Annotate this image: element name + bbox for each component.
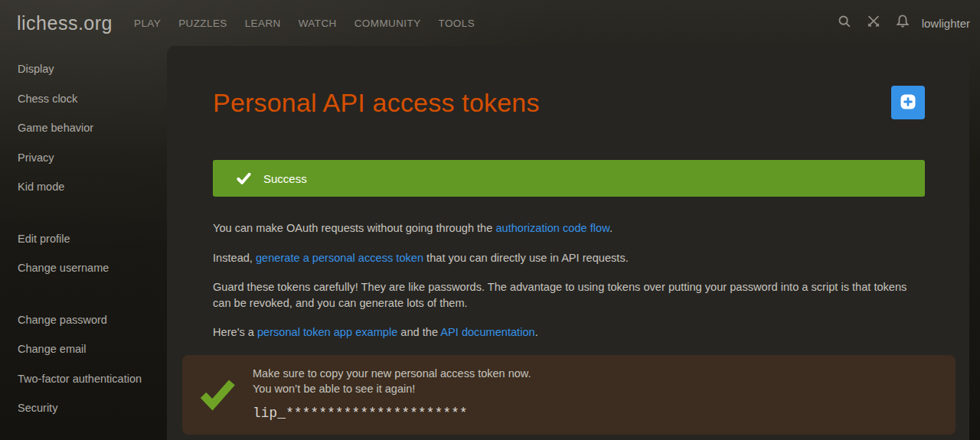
sidebar-item-edit-profile[interactable]: Edit profile [0,224,167,254]
token-copy-warning-line2: You won’t be able to see it again! [253,381,531,396]
sidebar-item-game-behavior[interactable]: Game behavior [0,113,167,143]
nav-item-learn[interactable]: LEARN [245,18,281,29]
token-texts: Make sure to copy your new personal acce… [253,365,531,423]
nav-item-community[interactable]: COMMUNITY [354,18,421,29]
lichess-logo[interactable]: lichess.org [17,12,113,34]
paragraph-text: and the [397,326,440,338]
success-banner-label: Success [263,172,307,185]
token-copy-warning-line1: Make sure to copy your new personal acce… [253,366,531,381]
paragraph-text: Here's a [213,326,257,338]
success-banner: Success [213,160,925,197]
page-header: Personal API access tokens [213,86,925,119]
sidebar-item-change-email[interactable]: Change email [0,334,167,364]
user-menu[interactable]: lowlighter [922,17,970,30]
paragraph: Here's a personal token app example and … [213,324,925,341]
top-right-controls: lowlighter [830,8,970,37]
notifications-bell-icon [894,13,911,33]
text-link-personal-token-app-example[interactable]: personal token app example [257,326,397,338]
content-panel: Personal API access tokens Success You c… [167,46,969,440]
text-link-authorization-code-flow[interactable]: authorization code flow [495,222,609,234]
sidebar-item-kid-mode[interactable]: Kid mode [0,172,167,202]
page-title: Personal API access tokens [213,88,540,118]
sidebar-item-change-password[interactable]: Change password [0,305,167,335]
sidebar-group: Change passwordChange emailTwo-factor au… [0,305,167,423]
token-reveal-box: Make sure to copy your new personal acce… [182,355,956,435]
token-value[interactable]: lip_********************** [253,406,531,421]
sidebar-item-privacy[interactable]: Privacy [0,143,167,173]
search-icon [836,13,853,33]
nav-item-watch[interactable]: WATCH [299,18,337,29]
settings-sidebar: DisplayChess clockGame behaviorPrivacyKi… [0,46,167,440]
sidebar-item-security[interactable]: Security [0,393,167,423]
notifications-button[interactable] [888,8,917,37]
sidebar-group: Edit profileChange username [0,224,167,283]
page-layout: DisplayChess clockGame behaviorPrivacyKi… [0,46,980,440]
sidebar-group: DisplayChess clockGame behaviorPrivacyKi… [0,54,167,202]
paragraph-text: . [535,326,538,338]
paragraph-text: Guard these tokens carefully! They are l… [213,281,906,309]
nav-item-puzzles[interactable]: PUZZLES [178,18,227,29]
paragraph: You can make OAuth requests without goin… [213,220,925,236]
paragraph-text: that you can directly use in API request… [423,252,629,264]
sidebar-item-display[interactable]: Display [0,54,167,84]
check-icon [236,171,252,187]
sidebar-item-change-username[interactable]: Change username [0,253,167,283]
top-navigation: lichess.org PLAYPUZZLESLEARNWATCHCOMMUNI… [0,0,980,46]
sidebar-item-two-factor-authentication[interactable]: Two-factor authentication [0,364,167,394]
challenge-button[interactable] [859,8,888,37]
nav-item-play[interactable]: PLAY [134,18,161,29]
paragraph: Guard these tokens carefully! They are l… [213,279,925,311]
nav-item-tools[interactable]: TOOLS [439,18,475,29]
main-nav: PLAYPUZZLESLEARNWATCHCOMMUNITYTOOLS [134,18,830,29]
paragraph-text: You can make OAuth requests without goin… [213,222,495,234]
challenge-swords-icon [865,13,882,33]
text-link-api-documentation[interactable]: API documentation [440,326,534,338]
paragraph-text: . [609,222,612,234]
paragraph-text: Instead, [213,252,256,264]
plus-square-icon [899,93,917,113]
text-link-generate-a-personal-access-token[interactable]: generate a personal access token [256,252,423,264]
sidebar-item-chess-clock[interactable]: Chess clock [0,84,167,114]
big-check-icon [182,365,253,423]
new-token-button[interactable] [891,86,925,119]
search-button[interactable] [830,8,859,37]
intro-paragraphs: You can make OAuth requests without goin… [213,220,925,341]
paragraph: Instead, generate a personal access toke… [213,250,925,266]
